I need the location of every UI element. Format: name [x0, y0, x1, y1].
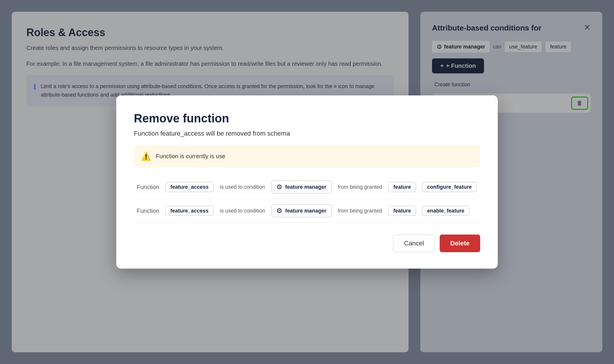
connector2: from being granted — [335, 175, 386, 199]
resource-cell: feature — [385, 199, 419, 223]
cancel-button[interactable]: Cancel — [393, 235, 435, 252]
role-name: feature manager — [285, 184, 326, 190]
function-name-cell: feature_access — [163, 199, 217, 223]
warning-text: Function is currently is use — [156, 153, 225, 160]
warning-box: ⚠️ Function is currently is use — [134, 146, 480, 167]
modal-subtitle: Function feature_access will be removed … — [134, 130, 480, 137]
table-row: Function feature_access is used to condi… — [134, 199, 480, 223]
role-name: feature manager — [285, 208, 326, 214]
remove-function-modal: Remove function Function feature_access … — [116, 95, 498, 269]
warning-icon: ⚠️ — [141, 151, 151, 161]
modal-actions: Cancel Delete — [134, 235, 480, 252]
connector1: is used to condition — [217, 175, 269, 199]
resource-cell: feature — [385, 175, 419, 199]
permission-cell: configure_feature — [419, 175, 480, 199]
permission-cell: enable_feature — [419, 199, 480, 223]
role-cell: ⊙ feature manager — [269, 175, 335, 199]
role-cell: ⊙ feature manager — [269, 199, 335, 223]
table-row: Function feature_access is used to condi… — [134, 175, 480, 199]
delete-button[interactable]: Delete — [440, 235, 480, 252]
role-icon: ⊙ — [276, 207, 282, 215]
connector2: from being granted — [335, 199, 386, 223]
connector1: is used to condition — [217, 199, 269, 223]
type-label: Function — [134, 199, 163, 223]
function-name-cell: feature_access — [163, 175, 217, 199]
modal-title: Remove function — [134, 112, 480, 125]
role-icon: ⊙ — [276, 183, 282, 191]
modal-overlay: Remove function Function feature_access … — [0, 0, 614, 364]
usage-table: Function feature_access is used to condi… — [134, 175, 480, 223]
type-label: Function — [134, 175, 163, 199]
